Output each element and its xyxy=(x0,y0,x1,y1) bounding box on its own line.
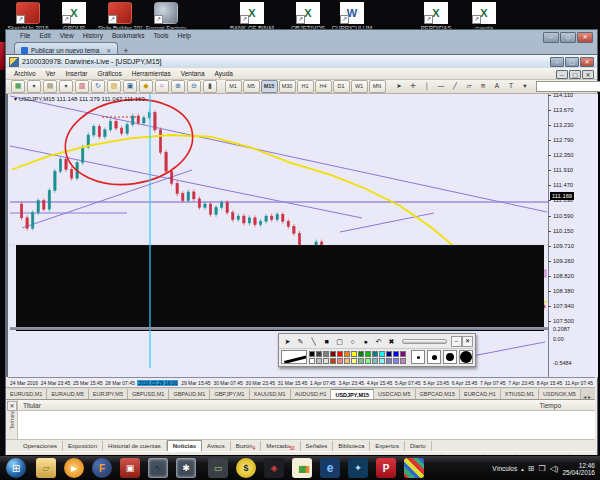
chart-close-button[interactable]: ✕ xyxy=(582,70,594,79)
desktop-icon[interactable]: CURRICULUM xyxy=(330,2,374,31)
palette-swatch[interactable] xyxy=(393,358,399,364)
terminal-column-tiempo[interactable]: Tiempo xyxy=(540,402,561,409)
palette-swatch[interactable] xyxy=(365,358,371,364)
terminal-tab[interactable]: Expertos xyxy=(370,441,405,451)
indicator-pane-separator[interactable] xyxy=(10,327,597,330)
palette-swatch[interactable] xyxy=(400,358,406,364)
desktop-icon[interactable]: BANK OF BINARY xyxy=(230,2,274,31)
toolbar-button[interactable] xyxy=(43,80,57,93)
chart-info-arrow-icon[interactable]: ▾ xyxy=(14,96,17,102)
palette-swatch[interactable] xyxy=(379,358,385,364)
mt4-maximize-button[interactable]: ▢ xyxy=(565,57,579,67)
palette-swatch[interactable] xyxy=(358,351,364,357)
chart-tab[interactable]: GBPJPY,M1 xyxy=(210,389,249,399)
palette-swatch[interactable] xyxy=(337,351,343,357)
toolbar-button[interactable] xyxy=(107,80,121,93)
palette-swatch[interactable] xyxy=(330,358,336,364)
mt4-menu-item[interactable]: Ayuda xyxy=(215,70,233,77)
palette-swatch[interactable] xyxy=(323,351,329,357)
chart-tab[interactable]: EURCAD,H1 xyxy=(460,389,501,399)
palette-swatch[interactable] xyxy=(330,351,336,357)
taskbar-icon[interactable] xyxy=(376,458,396,478)
browser-menu-item[interactable]: History xyxy=(83,32,103,41)
terminal-tab[interactable]: Diario xyxy=(405,441,432,451)
chart-tab[interactable]: GBPUSD,M1 xyxy=(128,389,169,399)
links-toolbar-label[interactable]: Vínculos xyxy=(492,465,517,472)
mt4-menu-item[interactable]: Gráficos xyxy=(98,70,122,77)
taskbar-icon[interactable] xyxy=(148,458,168,478)
timeframe-button[interactable]: M30 xyxy=(279,80,296,93)
terminal-tab[interactable]: Mercado50 xyxy=(261,441,300,451)
palette-swatch[interactable] xyxy=(400,351,406,357)
timeframe-button[interactable]: H1 xyxy=(297,80,314,93)
draw-tool-button[interactable]: ✛ xyxy=(407,81,419,92)
dot-size-button[interactable] xyxy=(427,350,441,364)
dot-size-button[interactable] xyxy=(459,350,473,364)
time-axis[interactable]: 24 Mar 201624 Mar 23:4525 Mar 15:4528 Ma… xyxy=(8,377,595,387)
palette-swatch[interactable] xyxy=(344,351,350,357)
chart-tab[interactable]: EURAUD,M5 xyxy=(47,389,88,399)
timeframe-button[interactable]: MN xyxy=(369,80,386,93)
terminal-column-titular[interactable]: Titular xyxy=(23,402,41,409)
chart-tab[interactable]: XAUUSD,M1 xyxy=(250,389,291,399)
draw-tool-button[interactable]: ≋ xyxy=(477,81,489,92)
chart-tab[interactable]: GBPCAD,M15 xyxy=(416,389,460,399)
draw-tool-button[interactable]: ╱ xyxy=(449,81,461,92)
desktop-icon[interactable]: Style Builder 2016 xyxy=(98,2,142,31)
paint-tool-button[interactable]: ↶ xyxy=(372,336,385,347)
browser-close-button[interactable]: ✕ xyxy=(577,32,593,43)
palette-swatch[interactable] xyxy=(358,358,364,364)
browser-menu-item[interactable]: Bookmarks xyxy=(112,32,145,41)
mt4-menu-item[interactable]: Insertar xyxy=(65,70,87,77)
browser-menu-item[interactable]: Help xyxy=(178,32,191,41)
browser-menu-item[interactable]: File xyxy=(20,32,30,41)
toolbar-button[interactable] xyxy=(123,80,137,93)
toolbar-button[interactable] xyxy=(187,80,201,93)
toolbar-button[interactable] xyxy=(27,80,41,93)
timeframe-button[interactable]: H4 xyxy=(315,80,332,93)
terminal-tab[interactable]: Noticias xyxy=(167,440,202,451)
browser-maximize-button[interactable]: □ xyxy=(560,32,576,43)
tab-close-icon[interactable]: ✕ xyxy=(106,47,111,54)
tray-expand-icon[interactable]: ▴ xyxy=(521,466,524,472)
taskbar-icon[interactable] xyxy=(320,458,340,478)
mt4-menu-item[interactable]: Ver xyxy=(46,70,56,77)
palette-swatch[interactable] xyxy=(393,351,399,357)
taskbar-icon[interactable] xyxy=(176,458,196,478)
palette-swatch[interactable] xyxy=(309,358,315,364)
paint-tool-button[interactable]: ● xyxy=(359,336,372,347)
palette-swatch[interactable] xyxy=(316,358,322,364)
browser-menu-item[interactable]: Edit xyxy=(39,32,50,41)
timeframe-button[interactable]: W1 xyxy=(351,80,368,93)
dot-size-button[interactable] xyxy=(411,350,425,364)
palette-swatch[interactable] xyxy=(379,351,385,357)
desktop-icon[interactable]: PERDIDAS xyxy=(414,2,458,31)
toolbar-button[interactable] xyxy=(155,80,169,93)
paint-close-button[interactable]: ✕ xyxy=(462,336,473,347)
draw-tool-button[interactable]: T xyxy=(505,81,517,92)
toolbar-button[interactable] xyxy=(91,80,105,93)
chart-tab[interactable]: AUDUSD,H1 xyxy=(291,389,332,399)
mt4-menu-item[interactable]: Archivo xyxy=(14,70,36,77)
taskbar-icon[interactable] xyxy=(208,458,228,478)
terminal-tab[interactable]: Historial de cuentas xyxy=(103,441,167,451)
timeframe-button[interactable]: D1 xyxy=(333,80,350,93)
paint-tool-button[interactable]: ✖ xyxy=(385,336,398,347)
chart-tab[interactable]: USDNOK,M5 xyxy=(539,389,581,399)
paint-tool-button[interactable]: ╲ xyxy=(307,336,320,347)
draw-tool-button[interactable]: A xyxy=(491,81,503,92)
browser-menu-item[interactable]: Tools xyxy=(153,32,168,41)
taskbar-icon[interactable] xyxy=(264,458,284,478)
terminal-close-icon[interactable]: ✕ xyxy=(7,401,17,411)
terminal-tab[interactable]: Operaciones xyxy=(18,441,63,451)
paint-tool-button[interactable]: ➤ xyxy=(281,336,294,347)
palette-swatch[interactable] xyxy=(372,351,378,357)
chart-tab[interactable]: USDCAD,M5 xyxy=(374,389,415,399)
draw-tool-button[interactable]: ▾ xyxy=(519,81,531,92)
timeframe-button[interactable]: M15 xyxy=(261,80,278,93)
taskbar-icon[interactable] xyxy=(120,458,140,478)
mt4-menu-item[interactable]: Herramientas xyxy=(132,70,171,77)
palette-swatch[interactable] xyxy=(351,351,357,357)
toolbar-button[interactable] xyxy=(203,80,217,93)
toolbar-button[interactable] xyxy=(139,80,153,93)
